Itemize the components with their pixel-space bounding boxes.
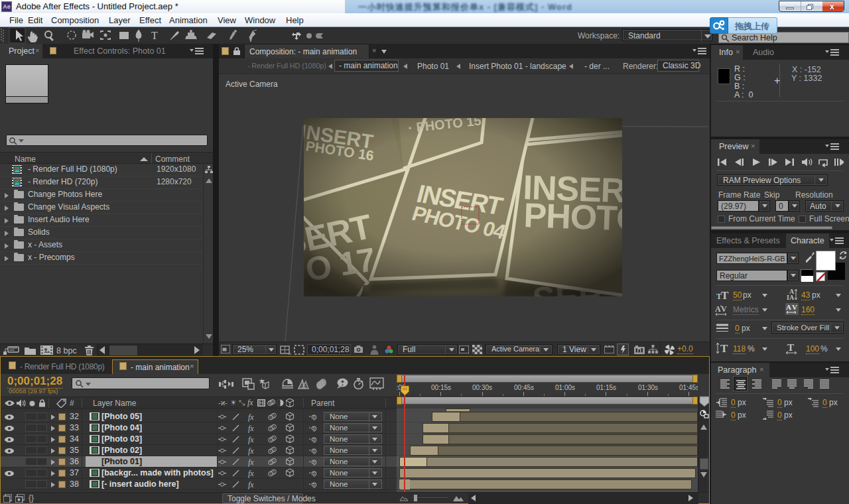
svg-text:T: T [787, 342, 794, 353]
svg-text:fx: fx [248, 412, 254, 422]
svg-text:fx: fx [248, 469, 254, 478]
svg-text:A: A [715, 304, 721, 314]
svg-text:fx: fx [248, 480, 254, 489]
svg-text:T: T [721, 289, 729, 300]
svg-text:T: T [151, 30, 158, 41]
svg-text:A: A [786, 303, 791, 311]
svg-text:V: V [792, 303, 797, 311]
svg-text:IA: IA [787, 294, 795, 301]
svg-text:V: V [721, 304, 727, 314]
svg-text:T: T [720, 342, 728, 355]
svg-text:fx: fx [248, 446, 254, 456]
svg-text:fx: fx [248, 435, 254, 444]
svg-text:fx: fx [248, 424, 254, 433]
svg-text:fx: fx [248, 458, 254, 467]
